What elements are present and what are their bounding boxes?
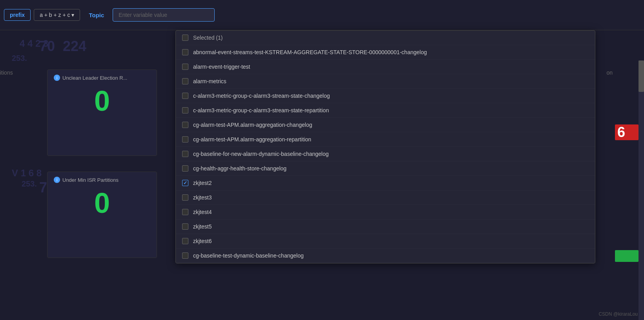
item-checkbox[interactable] [182, 238, 188, 244]
dropdown-item[interactable]: abnormal-event-streams-test-KSTREAM-AGGR… [176, 45, 595, 60]
item-label: abnormal-event-streams-test-KSTREAM-AGGR… [193, 49, 589, 55]
side-label-on: on [606, 69, 613, 76]
dropdown-item[interactable]: zkjtest6 [176, 234, 595, 249]
info-icon-1: i [54, 75, 60, 81]
dropdown-selected-header[interactable]: Selected (1) [176, 31, 595, 45]
item-checkbox[interactable] [182, 78, 188, 84]
dropdown-item[interactable]: alarm-metrics [176, 74, 595, 89]
red-chart-bar: 6 [615, 124, 639, 140]
card1-title: i Unclean Leader Election R... [54, 75, 150, 81]
dropdown-item[interactable]: zkjtest3 [176, 190, 595, 205]
item-checkbox[interactable] [182, 209, 188, 215]
formula-button[interactable]: a + b + z + c ▾ [34, 9, 80, 21]
item-checkbox[interactable] [182, 49, 188, 55]
card-under-min-isr: i Under Min ISR Partitions 0 [47, 172, 157, 258]
dropdown-item[interactable]: zkjtest5 [176, 219, 595, 234]
selected-header-checkbox[interactable] [182, 35, 188, 41]
green-chart-bar [615, 250, 639, 262]
item-checkbox[interactable] [182, 151, 188, 157]
item-label: alarm-metrics [193, 78, 589, 84]
item-label: cg-baseline-for-new-alarm-dynamic-baseli… [193, 151, 589, 157]
item-checkbox[interactable] [182, 64, 188, 70]
dropdown-item[interactable]: cg-health-aggr-health-store-changelog [176, 161, 595, 176]
dropdown-item[interactable]: c-alarm3-metric-group-c-alarm3-stream-st… [176, 103, 595, 118]
item-checkbox[interactable] [182, 165, 188, 172]
card-unclean-leader: i Unclean Leader Election R... 0 [47, 69, 157, 156]
dropdown-item[interactable]: alarm-event-trigger-test [176, 60, 595, 74]
card1-value: 0 [54, 81, 150, 121]
item-checkbox[interactable] [182, 136, 188, 143]
item-checkbox[interactable] [182, 252, 188, 259]
dropdown-item[interactable]: cg-baseline-for-new-alarm-dynamic-baseli… [176, 147, 595, 161]
item-label: zkjtest3 [193, 194, 589, 201]
item-label: alarm-event-trigger-test [193, 64, 589, 70]
card2-title: i Under Min ISR Partitions [54, 177, 150, 183]
item-label: c-alarm3-metric-group-c-alarm3-stream-st… [193, 107, 589, 113]
item-label: cg-health-aggr-health-store-changelog [193, 165, 589, 172]
item-checkbox[interactable] [182, 122, 188, 128]
dropdown-item[interactable]: c-alarm3-metric-group-c-alarm3-stream-st… [176, 89, 595, 103]
toolbar: prefix a + b + z + c ▾ Topic [0, 0, 644, 30]
item-checkbox[interactable] [182, 93, 188, 99]
item-label: zkjtest6 [193, 238, 589, 244]
item-checkbox[interactable] [182, 194, 188, 201]
topic-button[interactable]: Topic [83, 9, 109, 21]
dropdown-item[interactable]: cg-alarm-test-APM.alarm-aggregation-chan… [176, 118, 595, 132]
scrollbar-track[interactable] [639, 60, 644, 320]
dropdown-item[interactable]: cg-baseline-test-dynamic-baseline-change… [176, 249, 595, 263]
scrollbar-thumb[interactable] [639, 60, 644, 92]
info-icon-2: i [54, 177, 60, 183]
dropdown-item[interactable]: zkjtest2 [176, 176, 595, 190]
item-checkbox[interactable] [182, 223, 188, 230]
dropdown-item[interactable]: cg-alarm-test-APM.alarm-aggregation-repa… [176, 132, 595, 147]
item-label: cg-alarm-test-APM.alarm-aggregation-chan… [193, 122, 589, 128]
prefix-button[interactable]: prefix [4, 9, 31, 21]
dropdown-item[interactable]: zkjtest4 [176, 205, 595, 219]
item-label: cg-baseline-test-dynamic-baseline-change… [193, 252, 589, 259]
side-label-partitions: itions [0, 69, 13, 76]
selected-header-label: Selected (1) [193, 35, 589, 41]
item-label: cg-alarm-test-APM.alarm-aggregation-repa… [193, 136, 589, 143]
item-label: zkjtest5 [193, 223, 589, 230]
card2-value: 0 [54, 183, 150, 223]
search-input[interactable] [113, 8, 215, 22]
item-label: zkjtest4 [193, 209, 589, 215]
item-checkbox[interactable] [182, 180, 188, 186]
item-checkbox[interactable] [182, 107, 188, 113]
item-label: c-alarm3-metric-group-c-alarm3-stream-st… [193, 93, 589, 99]
item-label: zkjtest2 [193, 180, 589, 186]
watermark: CSDN @kiraraLou [598, 311, 638, 317]
topic-dropdown: Selected (1) abnormal-event-streams-test… [175, 30, 595, 263]
